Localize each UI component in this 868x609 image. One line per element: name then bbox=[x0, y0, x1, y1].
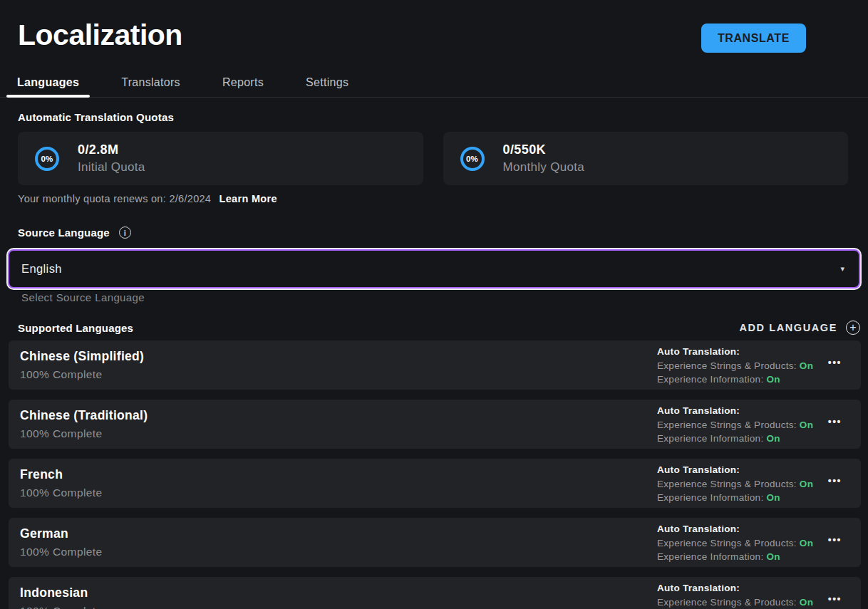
language-row: Chinese (Simplified) 100% Complete Auto … bbox=[9, 340, 861, 390]
info-value: On bbox=[766, 433, 780, 444]
row-menu-button[interactable]: ••• bbox=[828, 417, 842, 427]
row-menu-button[interactable]: ••• bbox=[828, 535, 842, 545]
strings-label: Experience Strings & Products: bbox=[657, 597, 797, 608]
add-language-label: ADD LANGUAGE bbox=[739, 322, 837, 333]
info-value: On bbox=[766, 374, 780, 385]
tab-label: Reports bbox=[222, 76, 264, 89]
auto-translation-label: Auto Translation: bbox=[657, 463, 813, 477]
quota-label: Initial Quota bbox=[78, 160, 145, 175]
info-value: On bbox=[766, 551, 780, 562]
language-name: French bbox=[20, 467, 63, 482]
selected-language-value: English bbox=[21, 262, 62, 276]
strings-label: Experience Strings & Products: bbox=[657, 538, 797, 548]
auto-translation-label: Auto Translation: bbox=[657, 581, 813, 595]
source-language-select[interactable]: English ▾ bbox=[8, 249, 860, 288]
tab-bar: Languages Translators Reports Settings bbox=[0, 68, 868, 98]
strings-value: On bbox=[800, 360, 813, 371]
progress-ring-icon: 0% bbox=[35, 147, 59, 171]
language-list: Chinese (Simplified) 100% Complete Auto … bbox=[9, 340, 861, 609]
language-progress: 100% Complete bbox=[20, 368, 103, 381]
quota-percent: 0% bbox=[466, 155, 478, 163]
language-progress: 100% Complete bbox=[20, 605, 103, 609]
language-progress: 100% Complete bbox=[20, 546, 103, 558]
tab-languages[interactable]: Languages bbox=[6, 68, 90, 97]
source-language-label-row: Source Language i bbox=[18, 227, 131, 239]
tab-settings[interactable]: Settings bbox=[295, 68, 359, 97]
auto-translation-block: Auto Translation: Experience Strings & P… bbox=[657, 581, 813, 609]
row-menu-button[interactable]: ••• bbox=[828, 594, 842, 604]
row-menu-button[interactable]: ••• bbox=[828, 358, 842, 368]
info-label: Experience Information: bbox=[657, 374, 763, 385]
monthly-quota-card: 0% 0/550K Monthly Quota bbox=[443, 132, 849, 185]
chevron-down-icon: ▾ bbox=[840, 265, 844, 273]
strings-value: On bbox=[800, 479, 813, 489]
quota-section-title: Automatic Translation Quotas bbox=[18, 111, 174, 123]
plus-circle-icon: + bbox=[846, 321, 860, 335]
language-row: French 100% Complete Auto Translation: E… bbox=[9, 459, 861, 508]
strings-label: Experience Strings & Products: bbox=[657, 420, 797, 430]
progress-ring-icon: 0% bbox=[460, 147, 485, 171]
translate-button[interactable]: TRANSLATE bbox=[701, 24, 806, 53]
language-row: Chinese (Traditional) 100% Complete Auto… bbox=[9, 400, 861, 449]
quota-value: 0/550K bbox=[503, 142, 584, 157]
auto-translation-block: Auto Translation: Experience Strings & P… bbox=[657, 404, 813, 446]
strings-label: Experience Strings & Products: bbox=[657, 479, 797, 489]
quota-percent: 0% bbox=[41, 155, 53, 163]
auto-translation-block: Auto Translation: Experience Strings & P… bbox=[657, 463, 813, 505]
page-title: Localization bbox=[18, 19, 182, 52]
tab-label: Translators bbox=[121, 76, 180, 89]
tab-label: Settings bbox=[306, 76, 348, 89]
tab-label: Languages bbox=[17, 76, 79, 89]
strings-value: On bbox=[800, 538, 813, 548]
tab-reports[interactable]: Reports bbox=[212, 68, 274, 97]
language-name: Chinese (Simplified) bbox=[20, 349, 144, 364]
info-icon[interactable]: i bbox=[119, 227, 131, 239]
language-name: German bbox=[20, 526, 68, 541]
quota-label: Monthly Quota bbox=[503, 160, 584, 175]
language-name: Chinese (Traditional) bbox=[20, 408, 148, 423]
language-progress: 100% Complete bbox=[20, 486, 103, 499]
auto-translation-label: Auto Translation: bbox=[657, 522, 813, 536]
auto-translation-label: Auto Translation: bbox=[657, 345, 813, 359]
auto-translation-label: Auto Translation: bbox=[657, 404, 813, 418]
info-label: Experience Information: bbox=[657, 492, 763, 503]
add-language-button[interactable]: ADD LANGUAGE + bbox=[739, 321, 860, 335]
quota-cards: 0% 0/2.8M Initial Quota 0% 0/550K Monthl… bbox=[18, 132, 848, 185]
auto-translation-block: Auto Translation: Experience Strings & P… bbox=[657, 522, 813, 564]
info-value: On bbox=[766, 492, 780, 503]
row-menu-button[interactable]: ••• bbox=[828, 476, 842, 486]
learn-more-link[interactable]: Learn More bbox=[219, 193, 277, 204]
source-language-label: Source Language bbox=[18, 227, 110, 239]
auto-translation-block: Auto Translation: Experience Strings & P… bbox=[657, 345, 813, 387]
language-row: Indonesian 100% Complete Auto Translatio… bbox=[9, 577, 861, 609]
tab-translators[interactable]: Translators bbox=[110, 68, 191, 97]
renewal-text: Your monthly quota renews on: 2/6/2024 bbox=[18, 193, 211, 204]
supported-languages-title: Supported Languages bbox=[18, 322, 133, 334]
strings-value: On bbox=[800, 420, 813, 430]
language-name: Indonesian bbox=[20, 585, 88, 600]
strings-label: Experience Strings & Products: bbox=[657, 360, 797, 371]
supported-languages-header: Supported Languages ADD LANGUAGE + bbox=[18, 319, 860, 336]
info-label: Experience Information: bbox=[657, 551, 763, 562]
language-row: German 100% Complete Auto Translation: E… bbox=[9, 518, 861, 567]
initial-quota-card: 0% 0/2.8M Initial Quota bbox=[18, 132, 423, 185]
info-label: Experience Information: bbox=[657, 433, 763, 444]
language-progress: 100% Complete bbox=[20, 427, 103, 440]
select-helper-text: Select Source Language bbox=[21, 291, 145, 303]
strings-value: On bbox=[800, 597, 813, 608]
quota-renewal-row: Your monthly quota renews on: 2/6/2024 L… bbox=[18, 193, 277, 204]
quota-value: 0/2.8M bbox=[78, 142, 145, 157]
localization-page: Localization TRANSLATE Languages Transla… bbox=[0, 0, 868, 609]
